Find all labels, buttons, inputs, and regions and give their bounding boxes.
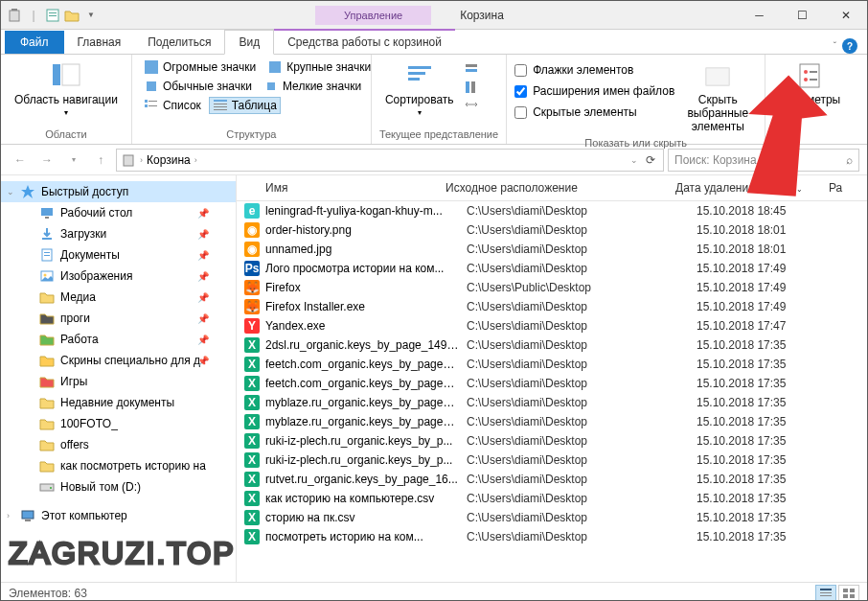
chevron-right-icon[interactable]: › — [140, 155, 143, 165]
search-icon[interactable]: ⌕ — [846, 153, 853, 167]
list-button[interactable]: Список — [140, 97, 205, 114]
expand-icon[interactable]: › — [7, 511, 10, 520]
nav-item[interactable]: Документы 📌 — [1, 244, 236, 266]
spacer — [773, 127, 846, 140]
group-by-icon[interactable] — [464, 62, 479, 78]
details-view-button[interactable] — [815, 585, 836, 602]
nav-item[interactable]: Новый том (D:) — [1, 476, 236, 497]
file-row[interactable]: Ps Лого просмотра истории на ком... C:\U… — [237, 259, 867, 278]
file-extensions-checkbox[interactable]: Расширения имен файлов — [514, 83, 674, 99]
column-name[interactable]: Имя — [237, 175, 438, 200]
nav-item[interactable]: Игры — [1, 371, 236, 392]
item-checkboxes-checkbox[interactable]: Флажки элементов — [514, 62, 674, 78]
nav-item[interactable]: Изображения 📌 — [1, 266, 236, 287]
share-tab[interactable]: Поделиться — [134, 31, 224, 54]
ribbon-collapse-icon[interactable]: ˇ — [834, 41, 836, 52]
file-row[interactable]: ◉ order-history.png C:\Users\diami\Deskt… — [237, 220, 867, 240]
quick-access-node[interactable]: ⌄ Быстрый доступ — [1, 181, 236, 202]
nav-item[interactable]: как посмотреть историю на — [1, 455, 236, 476]
back-button[interactable]: ← — [9, 149, 32, 172]
large-icons-button[interactable]: Крупные значки — [263, 58, 375, 76]
qat-dropdown-icon[interactable]: ▼ — [83, 8, 99, 23]
details-button[interactable]: Таблица — [209, 97, 281, 114]
hidden-items-checkbox[interactable]: Скрытые элементы — [514, 104, 674, 120]
size-columns-icon[interactable] — [464, 97, 479, 112]
minimize-button[interactable]: ─ — [738, 1, 781, 30]
hide-selected-button[interactable]: Скрыть выбранные элементы — [678, 58, 757, 135]
file-row[interactable]: X как историю на компьютере.csv C:\Users… — [237, 489, 867, 508]
nav-item[interactable]: 100FOTO_ — [1, 413, 236, 434]
file-name: feetch.com_organic.keys_by_page_... — [265, 358, 467, 371]
add-columns-icon[interactable] — [464, 80, 479, 95]
recent-locations-button[interactable]: ▾ — [62, 149, 85, 172]
view-tab[interactable]: Вид — [224, 30, 274, 55]
svg-rect-15 — [214, 100, 227, 102]
forward-button[interactable]: → — [35, 149, 58, 172]
file-row[interactable]: X feetch.com_organic.keys_by_page_... C:… — [237, 355, 867, 374]
nav-item[interactable]: Недавние документы — [1, 392, 236, 413]
home-tab[interactable]: Главная — [64, 31, 135, 54]
address-bar[interactable]: › Корзина › ⌄ ⟳ — [116, 149, 664, 172]
file-row[interactable]: X посмотреть историю на ком... C:\Users\… — [237, 527, 867, 546]
column-date-deleted[interactable]: Дата удаления ⌄ — [668, 175, 821, 200]
chevron-right-icon[interactable]: › — [194, 155, 197, 165]
small-icons-button[interactable]: Мелкие значки — [260, 78, 365, 95]
file-row[interactable]: X ruki-iz-plech.ru_organic.keys_by_p... … — [237, 451, 867, 470]
address-dropdown-icon[interactable]: ⌄ — [630, 155, 638, 165]
file-row[interactable]: ◉ unnamed.jpg C:\Users\diami\Desktop 15.… — [237, 240, 867, 259]
file-row[interactable]: X rutvet.ru_organic.keys_by_page_16... C… — [237, 470, 867, 489]
file-date-deleted: 15.10.2018 17:35 — [697, 473, 850, 486]
nav-item[interactable]: Загрузки 📌 — [1, 223, 236, 244]
file-row[interactable]: X сторию на пк.csv C:\Users\diami\Deskto… — [237, 508, 867, 527]
column-size[interactable]: Ра — [821, 175, 851, 200]
options-label: Параметры — [779, 93, 840, 106]
svg-rect-3 — [49, 12, 57, 13]
svg-text:X: X — [248, 377, 256, 390]
svg-rect-33 — [124, 155, 133, 166]
file-row[interactable]: X myblaze.ru_organic.keys_by_page_... C:… — [237, 412, 867, 431]
nav-item[interactable]: Рабочий стол 📌 — [1, 202, 236, 223]
navigation-pane-button[interactable]: Область навигации ▾ — [9, 58, 124, 119]
svg-text:Ps: Ps — [245, 262, 260, 275]
up-button[interactable]: ↑ — [89, 149, 112, 172]
recycle-tools-tab[interactable]: Средства работы с корзиной — [274, 29, 455, 54]
refresh-icon[interactable]: ⟳ — [642, 153, 659, 167]
file-row[interactable]: Y Yandex.exe C:\Users\diami\Desktop 15.1… — [237, 316, 867, 335]
file-name: ruki-iz-plech.ru_organic.keys_by_p... — [265, 453, 467, 467]
close-button[interactable]: ✕ — [824, 1, 867, 30]
normal-icons-button[interactable]: Обычные значки — [140, 78, 256, 95]
thumbnails-view-button[interactable] — [838, 585, 859, 602]
file-list[interactable]: Имя Исходное расположение Дата удаления … — [237, 175, 867, 582]
file-row[interactable]: X ruki-iz-plech.ru_organic.keys_by_p... … — [237, 431, 867, 451]
column-location[interactable]: Исходное расположение — [438, 175, 668, 200]
nav-item[interactable]: Работа 📌 — [1, 329, 236, 350]
file-row[interactable]: 🦊 Firefox C:\Users\Public\Desktop 15.10.… — [237, 278, 867, 297]
maximize-button[interactable]: ☐ — [781, 1, 824, 30]
properties-icon[interactable] — [45, 8, 60, 23]
new-folder-icon[interactable] — [64, 8, 80, 23]
nav-item[interactable]: Скрины специально для д 📌 — [1, 350, 236, 371]
options-button[interactable]: Параметры ▾ — [773, 58, 846, 119]
computer-icon — [20, 508, 35, 523]
nav-item[interactable]: Медиа 📌 — [1, 287, 236, 308]
file-row[interactable]: X myblaze.ru_organic.keys_by_page_... C:… — [237, 393, 867, 412]
file-date-deleted: 15.10.2018 18:01 — [697, 223, 850, 237]
this-pc-node[interactable]: › Этот компьютер — [1, 505, 236, 526]
huge-icons-button[interactable]: Огромные значки — [140, 58, 260, 76]
file-row[interactable]: X feetch.com_organic.keys_by_page_... C:… — [237, 374, 867, 393]
file-row[interactable]: 🦊 Firefox Installer.exe C:\Users\diami\D… — [237, 297, 867, 316]
recycle-bin-icon — [121, 152, 136, 168]
expand-icon[interactable]: ⌄ — [7, 187, 14, 196]
file-row[interactable]: e leningrad-ft-yuliya-kogan-khuy-m... C:… — [237, 201, 867, 220]
file-tab[interactable]: Файл — [5, 31, 64, 54]
svg-rect-85 — [820, 595, 832, 596]
nav-item[interactable]: offers — [1, 434, 236, 455]
search-box[interactable]: Поиск: Корзина ⌕ — [668, 149, 859, 172]
address-location[interactable]: Корзина — [147, 153, 191, 167]
help-icon[interactable]: ? — [842, 38, 857, 54]
navigation-pane[interactable]: ⌄ Быстрый доступ Рабочий стол 📌 Загрузки… — [1, 175, 237, 582]
nav-item[interactable]: проги 📌 — [1, 308, 236, 329]
file-row[interactable]: X 2dsl.ru_organic.keys_by_page_1490... C… — [237, 335, 867, 355]
sort-button[interactable]: Сортировать ▾ — [379, 58, 460, 119]
pin-icon: 📌 — [197, 335, 209, 345]
